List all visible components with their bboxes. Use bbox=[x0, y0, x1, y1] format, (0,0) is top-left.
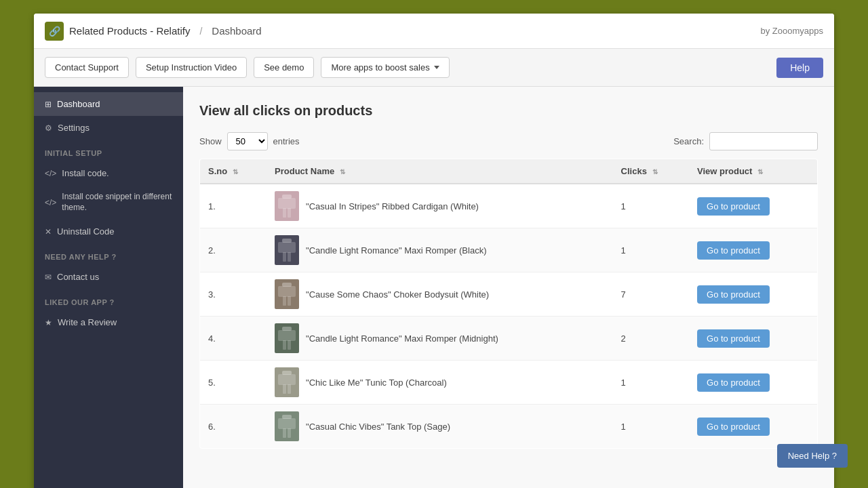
sort-icon-sno: ⇅ bbox=[233, 168, 238, 176]
table-header-row: S.no ⇅ Product Name ⇅ Clicks ⇅ View pr bbox=[200, 159, 818, 184]
svg-rect-17 bbox=[278, 374, 296, 385]
sidebar-item-label: Uninstall Code bbox=[57, 226, 115, 237]
cell-product-name: "Casual Chic Vibes" Tank Top (Sage) bbox=[267, 405, 613, 449]
table-row: 5. "Chic Like Me" Tunic Top (Charcoal)1G… bbox=[200, 361, 818, 405]
cell-product-name: "Cause Some Chaos" Choker Bodysuit (Whit… bbox=[267, 272, 613, 317]
sort-icon-view: ⇅ bbox=[757, 168, 763, 176]
svg-rect-1 bbox=[278, 198, 296, 209]
col-view-product[interactable]: View product ⇅ bbox=[689, 159, 817, 184]
go-to-product-button[interactable]: Go to product bbox=[697, 197, 770, 216]
product-name-text: "Casual In Stripes" Ribbed Cardigan (Whi… bbox=[306, 201, 479, 211]
sidebar-item-label: Write a Review bbox=[58, 317, 117, 327]
go-to-product-button[interactable]: Go to product bbox=[697, 329, 770, 348]
svg-rect-19 bbox=[288, 384, 291, 394]
sidebar-item-label: Dashboard bbox=[57, 99, 100, 109]
main-layout: ⊞ Dashboard ⚙ Settings INITIAL SETUP </>… bbox=[34, 87, 834, 488]
product-name-text: "Cause Some Chaos" Choker Bodysuit (Whit… bbox=[306, 289, 489, 300]
go-to-product-button[interactable]: Go to product bbox=[697, 373, 770, 392]
star-icon: ★ bbox=[45, 318, 52, 327]
product-thumbnail bbox=[275, 279, 299, 309]
entries-label: entries bbox=[273, 136, 300, 146]
email-icon: ✉ bbox=[45, 272, 52, 282]
svg-rect-11 bbox=[288, 296, 291, 306]
cell-view-product: Go to product bbox=[689, 317, 817, 361]
cell-clicks: 7 bbox=[613, 272, 689, 317]
cell-view-product: Go to product bbox=[689, 361, 817, 405]
show-entries-control: Show 10 25 50 100 entries bbox=[199, 132, 300, 150]
svg-rect-15 bbox=[288, 340, 291, 350]
sidebar-item-install-code[interactable]: </> Install code. bbox=[34, 161, 183, 185]
product-name-text: "Casual Chic Vibes" Tank Top (Sage) bbox=[306, 422, 450, 432]
table-controls: Show 10 25 50 100 entries Search: bbox=[199, 132, 818, 150]
more-apps-button[interactable]: More apps to boost sales bbox=[321, 57, 449, 78]
main-content: View all clicks on products Show 10 25 5… bbox=[183, 87, 834, 488]
entries-select[interactable]: 10 25 50 100 bbox=[227, 132, 268, 150]
sidebar-item-install-snippet[interactable]: </> Install code snippet in different th… bbox=[34, 185, 183, 220]
product-thumbnail bbox=[275, 411, 299, 441]
gear-icon: ⚙ bbox=[45, 123, 52, 133]
svg-rect-23 bbox=[288, 428, 291, 438]
sidebar-item-label: Install code snippet in different theme. bbox=[62, 192, 172, 213]
sidebar-item-uninstall[interactable]: ✕ Uninstall Code bbox=[34, 220, 183, 243]
svg-rect-22 bbox=[283, 428, 286, 438]
cell-view-product: Go to product bbox=[689, 184, 817, 228]
sidebar-item-settings[interactable]: ⚙ Settings bbox=[34, 116, 183, 140]
col-clicks[interactable]: Clicks ⇅ bbox=[613, 159, 689, 184]
help-button[interactable]: Help bbox=[776, 58, 823, 78]
svg-rect-9 bbox=[278, 286, 296, 297]
more-apps-label: More apps to boost sales bbox=[331, 62, 429, 73]
need-help-button[interactable]: Need Help ? bbox=[777, 444, 848, 468]
table-row: 6. "Casual Chic Vibes" Tank Top (Sage)1G… bbox=[200, 405, 818, 449]
product-thumbnail bbox=[275, 367, 299, 397]
search-input[interactable] bbox=[709, 132, 818, 150]
svg-rect-13 bbox=[278, 330, 296, 341]
table-row: 1. "Casual In Stripes" Ribbed Cardigan (… bbox=[200, 184, 818, 228]
sidebar-item-dashboard[interactable]: ⊞ Dashboard bbox=[34, 92, 183, 116]
sidebar: ⊞ Dashboard ⚙ Settings INITIAL SETUP </>… bbox=[34, 87, 183, 488]
code-icon-2: </> bbox=[45, 198, 56, 207]
contact-support-button[interactable]: Contact Support bbox=[45, 57, 129, 78]
products-table: S.no ⇅ Product Name ⇅ Clicks ⇅ View pr bbox=[199, 159, 818, 449]
sidebar-item-label: Install code. bbox=[62, 168, 108, 178]
page-title: View all clicks on products bbox=[199, 103, 818, 119]
product-thumbnail bbox=[275, 323, 299, 353]
initial-setup-section-label: INITIAL SETUP bbox=[34, 140, 183, 161]
see-demo-button[interactable]: See demo bbox=[254, 57, 314, 78]
cell-product-name: "Chic Like Me" Tunic Top (Charcoal) bbox=[267, 361, 613, 405]
product-name-text: "Chic Like Me" Tunic Top (Charcoal) bbox=[306, 378, 447, 388]
brand-icon: 🔗 bbox=[45, 22, 64, 41]
go-to-product-button[interactable]: Go to product bbox=[697, 241, 770, 260]
cell-clicks: 2 bbox=[613, 317, 689, 361]
cell-sno: 5. bbox=[200, 361, 267, 405]
go-to-product-button[interactable]: Go to product bbox=[697, 418, 770, 436]
sort-icon-clicks: ⇅ bbox=[652, 168, 658, 176]
brand-area: 🔗 Related Products - Relatify / Dashboar… bbox=[45, 22, 761, 41]
table-row: 3. "Cause Some Chaos" Choker Bodysuit (W… bbox=[200, 272, 818, 317]
table-row: 2. "Candle Light Romance" Maxi Romper (B… bbox=[200, 228, 818, 272]
sidebar-item-contact-us[interactable]: ✉ Contact us bbox=[34, 265, 183, 289]
cell-product-name: "Candle Light Romance" Maxi Romper (Midn… bbox=[267, 317, 613, 361]
cell-view-product: Go to product bbox=[689, 272, 817, 317]
svg-rect-7 bbox=[288, 252, 291, 262]
sidebar-item-write-review[interactable]: ★ Write a Review bbox=[34, 310, 183, 334]
page-breadcrumb: Dashboard bbox=[212, 25, 261, 37]
sidebar-item-label: Contact us bbox=[57, 272, 99, 282]
svg-rect-18 bbox=[283, 384, 286, 394]
chevron-down-icon bbox=[434, 66, 439, 69]
col-product-name[interactable]: Product Name ⇅ bbox=[267, 159, 613, 184]
search-box: Search: bbox=[673, 132, 818, 150]
svg-rect-10 bbox=[283, 296, 286, 306]
setup-video-button[interactable]: Setup Instruction Video bbox=[136, 57, 247, 78]
svg-rect-21 bbox=[278, 418, 296, 429]
cell-product-name: "Casual In Stripes" Ribbed Cardigan (Whi… bbox=[267, 184, 613, 228]
col-sno[interactable]: S.no ⇅ bbox=[200, 159, 267, 184]
cell-clicks: 1 bbox=[613, 361, 689, 405]
cell-sno: 4. bbox=[200, 317, 267, 361]
col-product-name-label: Product Name bbox=[275, 166, 334, 176]
product-thumbnail bbox=[275, 235, 299, 265]
cell-sno: 3. bbox=[200, 272, 267, 317]
go-to-product-button[interactable]: Go to product bbox=[697, 285, 770, 304]
dashboard-icon: ⊞ bbox=[45, 100, 52, 109]
header: 🔗 Related Products - Relatify / Dashboar… bbox=[34, 14, 834, 49]
col-clicks-label: Clicks bbox=[621, 166, 647, 176]
